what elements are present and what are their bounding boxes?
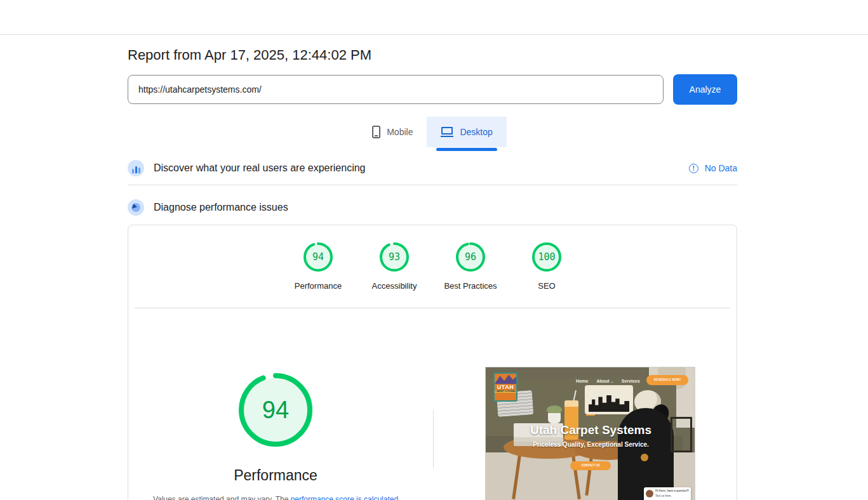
lighthouse-report-card: 94 Performance 93 Accessibility 96 Best — [128, 225, 737, 500]
tab-selected-indicator — [436, 148, 497, 151]
site-headline: Utah Carpet Systems — [486, 423, 695, 437]
tab-mobile[interactable]: Mobile — [358, 117, 427, 147]
score-label: SEO — [538, 281, 555, 291]
url-input[interactable] — [128, 75, 664, 104]
score-item-performance[interactable]: 94 Performance — [280, 242, 356, 291]
mountain-logo-icon — [495, 374, 516, 384]
svg-text:94: 94 — [262, 397, 289, 423]
real-users-icon — [128, 160, 144, 176]
report-container: Report from Apr 17, 2025, 12:44:02 PM An… — [128, 47, 737, 500]
mobile-icon — [372, 126, 380, 138]
field-data-section-header: Discover what your real users are experi… — [128, 160, 737, 176]
info-icon: ! — [689, 164, 698, 173]
svg-text:94: 94 — [312, 251, 324, 263]
accessibility-score-ring: 93 — [379, 242, 410, 272]
analyze-form: Analyze — [128, 74, 737, 105]
site-screenshot-thumbnail: UTAH CARPET SYSTEMS Home About ⌄ Service… — [485, 367, 695, 500]
performance-gauge-block: 94 Performance Values are estimated and … — [128, 372, 423, 500]
footnote-text: Values are estimated and may vary. The — [153, 495, 291, 500]
contact-us-button: CONTACT US — [570, 461, 611, 470]
svg-text:93: 93 — [389, 251, 400, 263]
score-label: Accessibility — [372, 281, 417, 291]
thumb-plant — [548, 413, 561, 423]
site-tagline: Priceless Quality, Exceptional Service. — [486, 441, 695, 448]
thumb-skyline-pillow — [585, 385, 633, 414]
performance-score-ring: 94 — [303, 242, 333, 272]
hero-accent-dash — [586, 414, 595, 416]
score-footnote: Values are estimated and may vary. The p… — [128, 495, 423, 500]
field-data-title: Discover what your real users are experi… — [154, 162, 365, 174]
chat-widget: Hi there, have a question? Text us here.… — [644, 487, 691, 500]
vertical-divider — [433, 409, 434, 468]
tab-desktop[interactable]: Desktop — [427, 117, 506, 147]
performance-detail-section: 94 Performance Values are estimated and … — [128, 308, 737, 500]
analyze-button[interactable]: Analyze — [673, 74, 737, 105]
no-data-link[interactable]: ! No Data — [689, 163, 737, 173]
device-tabs: Mobile Desktop — [128, 117, 737, 147]
score-item-accessibility[interactable]: 93 Accessibility — [356, 242, 432, 291]
seo-score-ring: 100 — [531, 242, 562, 272]
score-item-seo[interactable]: 100 SEO — [509, 242, 585, 291]
no-data-label: No Data — [705, 163, 737, 173]
svg-text:100: 100 — [538, 251, 555, 263]
chevron-down-icon: ⌄ — [611, 379, 613, 383]
report-title: Report from Apr 17, 2025, 12:44:02 PM — [128, 47, 737, 63]
best-practices-score-ring: 96 — [455, 242, 486, 272]
performance-gauge-label: Performance — [128, 467, 423, 484]
site-nav-about: About ⌄ — [596, 379, 613, 383]
lab-section-header: Diagnose performance issues — [128, 199, 737, 216]
site-nav-services: Services — [622, 379, 640, 383]
site-nav-home: Home — [576, 379, 588, 383]
chat-avatar — [646, 490, 653, 497]
schedule-now-button: SCHEDULE NOW! — [646, 375, 688, 385]
site-logo: UTAH CARPET SYSTEMS — [493, 372, 517, 402]
svg-text:96: 96 — [465, 251, 476, 263]
score-label: Best Practices — [444, 281, 497, 291]
score-label: Performance — [295, 281, 342, 291]
section-divider — [128, 185, 737, 185]
app-top-bar — [0, 0, 868, 35]
desktop-icon — [441, 127, 453, 138]
performance-main-gauge: 94 — [237, 372, 314, 448]
close-icon: × — [687, 489, 689, 492]
category-scores-row: 94 Performance 93 Accessibility 96 Best — [128, 242, 737, 291]
lab-section-title: Diagnose performance issues — [154, 202, 288, 213]
tab-desktop-label: Desktop — [460, 127, 492, 137]
score-calc-link[interactable]: performance score is calculated — [291, 495, 398, 500]
tab-mobile-label: Mobile — [387, 127, 413, 137]
speedometer-icon — [128, 199, 144, 216]
score-item-best-practices[interactable]: 96 Best Practices — [432, 242, 509, 291]
